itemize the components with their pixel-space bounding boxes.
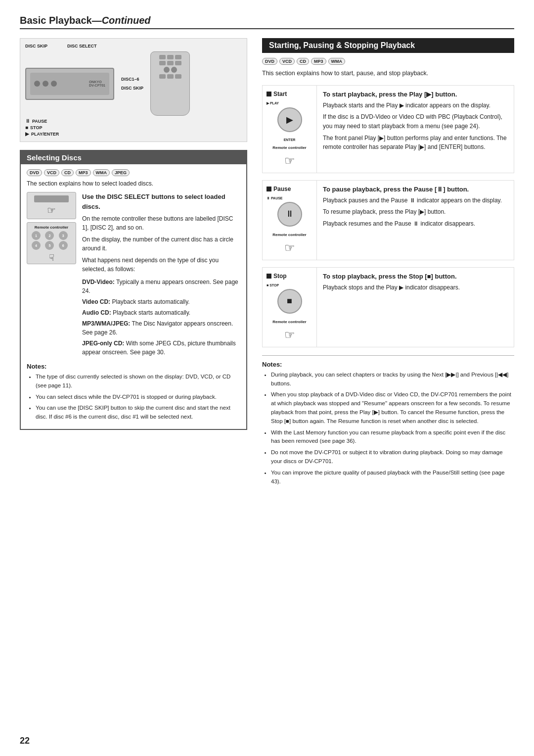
right-note-2: With the Last Memory function you can re… — [271, 428, 514, 446]
audio-cd-label: Audio CD: — [82, 309, 111, 316]
pause-label: Pause — [273, 186, 291, 192]
format-tags-right: DVD VCD CD MP3 WMA — [262, 58, 514, 65]
stop-label: STOP — [30, 125, 42, 130]
stop-btn-area: ■ STOP ■ — [267, 284, 312, 316]
disc-text-content: Use the DISC SELECT buttons to select lo… — [82, 192, 240, 357]
start-label: Start — [273, 91, 287, 97]
pause-para-0: Playback pauses and the Pause ⏸ indicato… — [323, 196, 508, 205]
disc-type-dvd-video: DVD-Video: Typically a menu appears onsc… — [82, 278, 240, 295]
play-btn-label-top: ▶ PLAY — [267, 101, 312, 105]
page-container: Basic Playback—Continued DISC SKIP DISC … — [0, 0, 534, 756]
right-section-title: Starting, Pausing & Stopping Playback — [262, 38, 514, 53]
disc-type-jpeg: JPEG-only CD: With some JPEG CDs, pictur… — [82, 339, 240, 357]
disc-select-btns-group: ☞ — [34, 195, 69, 216]
video-cd-label: Video CD: — [82, 298, 110, 305]
format-cd: CD — [61, 169, 74, 176]
stop-indicator: Stop — [267, 273, 287, 280]
two-col-layout: DISC SKIP DISC SELECT ONKYODV-CP701 — [20, 38, 514, 489]
remote-btn-6 — [175, 61, 181, 65]
remote-mid-row-3 — [159, 74, 181, 79]
disc-para-3: What happens next depends on the type of… — [82, 256, 240, 274]
start-para-2: The front panel Play [▶] button performs… — [323, 134, 508, 152]
stop-hand-icon: ☞ — [267, 328, 312, 342]
hand-point-down-icon: ☟ — [49, 252, 54, 263]
fp-inner: ONKYODV-CP701 — [30, 73, 109, 95]
disc-para-1: On the remote controller these buttons a… — [82, 214, 240, 232]
stop-btn-circle[interactable]: ■ — [277, 289, 302, 314]
pause-title: To pause playback, press the Pause [⏸] b… — [323, 186, 508, 193]
diagram-labels: DISC SKIP DISC SELECT — [25, 44, 242, 48]
start-remote-controller-label: Remote controller — [267, 145, 312, 150]
remote-mid-row-2 — [164, 67, 177, 73]
remote-round-btn-2 — [171, 67, 177, 73]
device-diagram-area: DISC SKIP DISC SELECT ONKYODV-CP701 — [20, 38, 247, 142]
pause-btn-circle[interactable]: ⏸ — [277, 202, 302, 227]
pause-btn-label-top: ⏸ PAUSE — [267, 196, 312, 200]
right-note-1: When you stop playback of a DVD-Video di… — [271, 390, 514, 425]
right-annotation: DISC1–6 DISC SKIP — [121, 75, 143, 93]
note-item-2: You can use the [DISC SKIP] button to sk… — [36, 404, 240, 422]
pause-para-1: To resume playback, press the Play [▶] b… — [323, 207, 508, 217]
format-jpeg: JPEG — [112, 169, 130, 176]
audio-cd-text: Playback starts automatically. — [113, 309, 190, 316]
right-notes-title: Notes: — [262, 361, 514, 368]
remote-mid-row-1 — [159, 61, 181, 65]
enter-label: ENTER — [267, 138, 312, 142]
hand-pointer-icon: ☞ — [47, 204, 56, 216]
video-cd-text: Playback starts automatically. — [112, 298, 189, 305]
right-note-0: During playback, you can select chapters… — [271, 371, 514, 388]
page-header: Basic Playback—Continued — [20, 15, 514, 29]
disc-btn-5: 5 — [45, 241, 54, 250]
note-item-1: You can select discs while the DV-CP701 … — [36, 393, 240, 402]
selecting-discs-intro: The section explains how to select loade… — [27, 180, 240, 187]
right-format-vcd: VCD — [279, 58, 295, 65]
disc-btn-3: 3 — [59, 231, 68, 240]
disc-skip-label: DISC SKIP — [25, 44, 47, 48]
remote-btn-7 — [159, 74, 166, 79]
fp-circle-1 — [34, 81, 40, 87]
panel-bottom-labels: ⏸ PAUSE ■ STOP ▶ PLAY/ENTER — [25, 118, 242, 137]
notes-list-left: The type of disc currently selected is s… — [27, 373, 240, 422]
playback-left-pause: Pause ⏸ PAUSE ⏸ Remote controller ☞ — [263, 181, 317, 260]
disc-btn-4: 4 — [32, 241, 41, 250]
left-column: DISC SKIP DISC SELECT ONKYODV-CP701 — [20, 38, 247, 439]
notes-title-left: Notes: — [27, 363, 240, 370]
stop-btn-label-top: ■ STOP — [267, 284, 312, 287]
right-format-wma: WMA — [328, 58, 346, 65]
selecting-discs-section: Selecting Discs DVD VCD CD MP3 WMA JPEG … — [20, 150, 247, 430]
pause-remote-controller-label: Remote controller — [267, 233, 312, 237]
pause-label: PAUSE — [32, 119, 47, 124]
playback-right-start: To start playback, press the Play [▶] bu… — [317, 86, 514, 173]
disc-select-btn-row — [38, 196, 65, 202]
play-enter-label-row: ▶ PLAY/ENTER — [25, 131, 242, 137]
pause-hand-icon: ☞ — [267, 241, 312, 255]
stop-indicator-square — [267, 274, 271, 279]
ds-btn-3 — [57, 196, 65, 202]
stop-remote-controller-label: Remote controller — [267, 320, 312, 324]
remote-btn-2 — [167, 55, 174, 59]
diagram-main: ONKYODV-CP701 DISC1–6 DISC SKIP — [25, 51, 242, 116]
page-title: Basic Playback—Continued — [20, 15, 151, 26]
disc-select-device-img: ☞ — [27, 192, 76, 219]
disc-type-mp3: MP3/WMA/JPEG: The Disc Navigator appears… — [82, 319, 240, 337]
remote-btn-1 — [159, 55, 166, 59]
disc-para-2: On the display, the number of the curren… — [82, 235, 240, 253]
remote-btn-3 — [175, 55, 181, 59]
disc-type-audio-cd: Audio CD: Playback starts automatically. — [82, 308, 240, 317]
remote-diagram — [150, 51, 190, 116]
ds-btn-1 — [38, 196, 46, 202]
pause-indicator: Pause — [267, 186, 291, 192]
start-indicator: Start — [267, 91, 287, 97]
right-notes-section: Notes: During playback, you can select c… — [262, 355, 514, 486]
format-vcd: VCD — [44, 169, 59, 176]
playback-left-stop: Stop ■ STOP ■ Remote controller ☞ — [263, 268, 317, 347]
ds-btn-2 — [47, 196, 55, 202]
selecting-discs-title: Selecting Discs — [21, 151, 246, 164]
stop-label-row: ■ STOP — [25, 125, 242, 130]
pause-para-2: Playback resumes and the Pause ⏸ indicat… — [323, 219, 508, 229]
play-btn-circle[interactable]: ▶ — [277, 107, 302, 132]
disc-diagram-area: ☞ Remote controller 1 2 3 4 — [27, 192, 76, 264]
selecting-discs-content-area: DVD VCD CD MP3 WMA JPEG The section expl… — [21, 164, 246, 429]
remote-round-btn-1 — [164, 67, 170, 73]
start-para-0: Playback starts and the Play ▶ indicator… — [323, 101, 508, 110]
